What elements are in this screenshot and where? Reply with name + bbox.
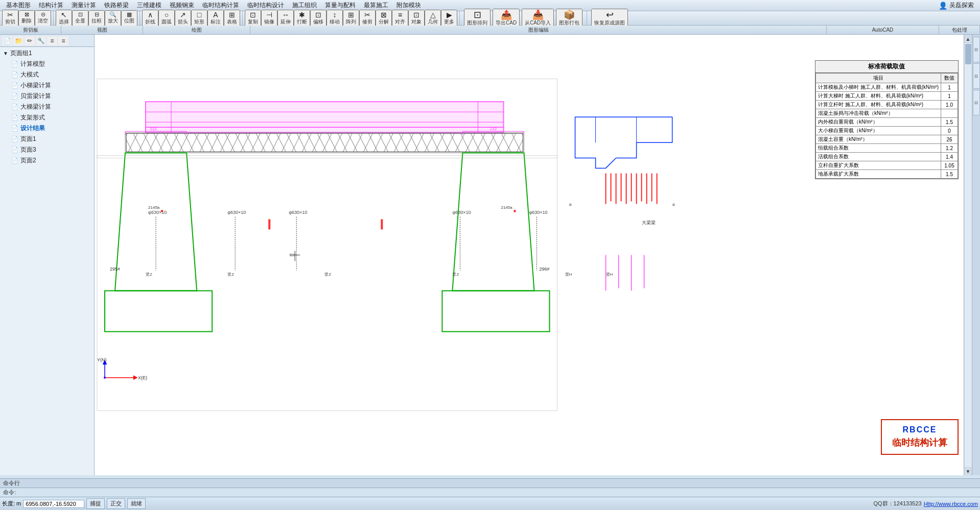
vertical-scrollbar[interactable]: ▲ ▼ [964, 35, 972, 475]
svg-rect-48 [381, 219, 383, 229]
svg-rect-2 [146, 102, 503, 132]
lp-open-button[interactable]: 📁 [13, 36, 24, 45]
polyline-button[interactable]: ∧折线 [142, 10, 158, 27]
svg-rect-44 [514, 210, 516, 212]
export-cad-button[interactable]: 📤导出CAD [493, 9, 520, 28]
rbcce-title: RBCCE [892, 425, 947, 434]
toolbar-group-autocad: ⊡图形排列 📤导出CAD 📥从CAD导入 📦图形打包 [460, 11, 587, 25]
mini-tab-1[interactable]: ⊡ [973, 37, 980, 62]
more-button[interactable]: ▶更多 [441, 10, 457, 27]
trim-button[interactable]: ✂修剪 [359, 10, 376, 27]
command-prompt-label: 命令: [3, 489, 16, 496]
cut-button[interactable]: ✂剪切 [2, 10, 18, 27]
offset-button[interactable]: ⊡偏移 [310, 10, 326, 27]
svg-text:295#: 295# [110, 266, 120, 272]
break-button[interactable]: ✱打断 [294, 10, 310, 27]
menu-item-measure[interactable]: 测量计算 [67, 0, 100, 11]
rect-button[interactable]: □矩形 [191, 10, 207, 27]
geometry-button[interactable]: △几何 [425, 10, 441, 27]
finish-button[interactable]: 就绪 [127, 498, 146, 509]
coord-value: 6956.0807,-16.5920 [23, 500, 84, 508]
scroll-up-button[interactable]: ▲ [964, 35, 972, 43]
page-icon-4: 📄 [11, 104, 18, 110]
table-row: 大小梯自重荷载（kN/m²） 0 [815, 127, 958, 135]
annotation-button[interactable]: A标注 [207, 10, 224, 27]
snap-button[interactable]: 捕捉 [86, 498, 105, 509]
table-row: 内外模自重荷载（kN/m²） 1.5 [815, 118, 958, 127]
command-input[interactable] [18, 490, 171, 496]
mirror-button[interactable]: ⊣镜像 [261, 10, 277, 27]
lp-edit-button[interactable]: ✏ [25, 36, 35, 45]
tree-item-page1[interactable]: 📄 页面1 [1, 134, 93, 144]
tree-group-label: 页面组1 [10, 49, 32, 58]
tree-item-support-form[interactable]: 📄 支架形式 [1, 112, 93, 123]
table-row: 计算大梯时 施工人群、材料、机具荷载(kN/m²) 1 [815, 92, 958, 101]
decompose-button[interactable]: ⊠分解 [376, 10, 392, 27]
circle-button[interactable]: ○圆弧 [158, 10, 175, 27]
extend-button[interactable]: ↔延伸 [277, 10, 294, 27]
group-label-draw: 绘图 [143, 26, 250, 34]
tree-area: ▼ 页面组1 📄 计算模型 📄 大模式 📄 小梯梁计算 📄 贝雷梁计 [0, 47, 94, 168]
tree-item-page3[interactable]: 📄 页面3 [1, 144, 93, 155]
svg-text:大梁梁: 大梁梁 [642, 220, 656, 225]
page-icon-3: 📄 [11, 93, 18, 100]
svg-text:竖H: 竖H [565, 272, 572, 277]
mini-tab-3[interactable]: ⊡ [973, 90, 980, 115]
restore-button[interactable]: ↩恢复原成源图 [591, 9, 628, 28]
lp-list1-button[interactable]: ≡ [47, 36, 57, 45]
tree-item-design-result[interactable]: 📄 设计结果 [1, 123, 93, 134]
group-label-clipboard: 剪切板 [0, 26, 61, 34]
command-line-area: 命令行 [0, 478, 980, 488]
tree-item-big-mode[interactable]: 📄 大模式 [1, 69, 93, 80]
select-button[interactable]: ↖选择 [56, 10, 72, 27]
canvas-area[interactable]: 112 112 φ630×10 φ630×10 φ630×10 φ630×10 … [95, 35, 964, 475]
pack-button[interactable]: 📦图形打包 [556, 9, 582, 28]
tree-item-page2[interactable]: 📄 页面2 [1, 155, 93, 166]
tree-group-header[interactable]: ▼ 页面组1 [1, 48, 93, 59]
toolbar-group-clipboard: ✂剪切 ⊠删除 ⊝清空 [0, 11, 54, 25]
toolbar-group-edit: ⊡复制 ⊣镜像 ↔延伸 ✱打断 ⊡偏移 ↕移动 ⊞阵列 ✂修剪 ⊠分解 ≡对齐 … [243, 11, 460, 25]
shape-arrange-button[interactable]: ⊡图形排列 [464, 9, 491, 28]
right-mini-tabs: ⊡ ⊡ ⊡ [972, 35, 980, 475]
bitmap-button[interactable]: ▦位图 [121, 10, 137, 26]
svg-text:X(E): X(E) [138, 375, 147, 380]
svg-text:φ630×10: φ630×10 [452, 210, 471, 215]
svg-text:竖Z: 竖Z [324, 272, 331, 277]
user-name: 吴磊探索 [949, 1, 974, 10]
lp-settings-button[interactable]: 🔧 [36, 36, 46, 45]
page-icon-5: 📄 [11, 114, 18, 121]
command-line-label: 命令行 [3, 479, 20, 487]
tree-item-calc-model[interactable]: 📄 计算模型 [1, 59, 93, 69]
menu-item-railway[interactable]: 铁路桥梁 [100, 0, 133, 11]
move-button[interactable]: ↕移动 [326, 10, 343, 27]
table-row: 活载组合系数 1.4 [815, 153, 958, 161]
table-button[interactable]: ⊞表格 [224, 10, 240, 27]
scroll-thumb[interactable] [965, 44, 971, 64]
clear-button[interactable]: ⊝清空 [35, 10, 51, 26]
import-cad-button[interactable]: 📥从CAD导入 [522, 9, 554, 28]
lp-new-button[interactable]: 📄 [2, 36, 12, 45]
toolbar-group-draw: ∧折线 ○圆弧 ↗箭头 □矩形 A标注 ⊞表格 [140, 11, 243, 25]
arrow-button[interactable]: ↗箭头 [175, 10, 191, 27]
length-label: 长度: m [2, 500, 21, 507]
ortho-button[interactable]: 正交 [107, 498, 125, 509]
status-bar: 长度: m 6956.0807,-16.5920 捕捉 正交 就绪 QQ群：12… [0, 497, 980, 510]
page-icon-6: 📄 [11, 125, 18, 132]
tree-item-big-beam[interactable]: 📄 大梯梁计算 [1, 102, 93, 112]
tree-item-bailey[interactable]: 📄 贝雷梁计算 [1, 91, 93, 102]
website-link[interactable]: Http://www.rbcce.com [924, 501, 978, 507]
full-view-button[interactable]: ⊡全显 [72, 10, 88, 26]
page-icon-7: 📄 [11, 136, 18, 142]
mini-tab-2[interactable]: ⊡ [973, 63, 980, 89]
zoom-in-button[interactable]: 🔍放大 [105, 10, 121, 26]
drag-button[interactable]: ⊟拉框 [88, 10, 105, 26]
copy-button[interactable]: ⊡复制 [245, 10, 261, 27]
object-button[interactable]: ⊡对象 [408, 10, 425, 27]
align-button[interactable]: ≡对齐 [392, 10, 408, 27]
page-icon-1: 📄 [11, 71, 18, 78]
lp-list2-button[interactable]: ≡ [58, 36, 68, 45]
tree-item-small-beam[interactable]: 📄 小梯梁计算 [1, 80, 93, 91]
scroll-down-button[interactable]: ▼ [964, 467, 972, 475]
delete-button[interactable]: ⊠删除 [18, 10, 35, 26]
array-button[interactable]: ⊞阵列 [343, 10, 359, 27]
